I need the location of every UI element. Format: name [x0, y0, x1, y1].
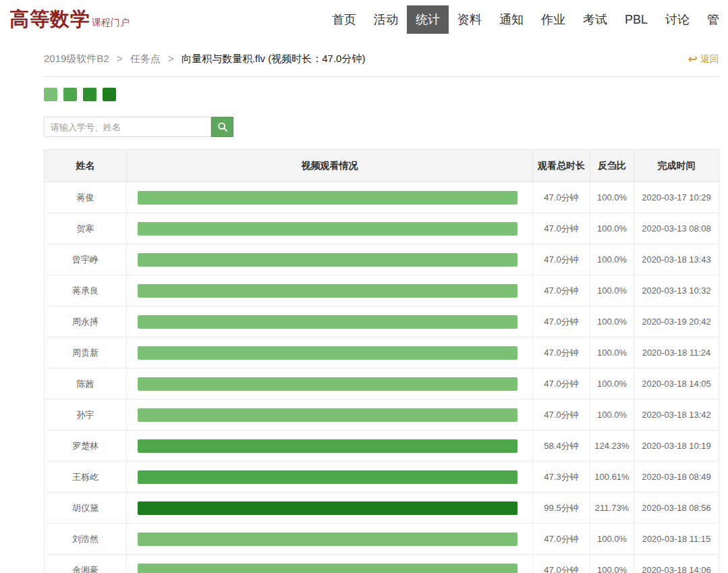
watch-duration: 47.0分钟 — [533, 524, 590, 555]
legend-swatch-3 — [83, 88, 96, 101]
ratio-value: 100.0% — [590, 244, 634, 275]
watch-duration: 47.0分钟 — [533, 306, 590, 337]
watch-duration: 47.0分钟 — [533, 275, 590, 306]
student-name: 胡仪黛 — [45, 493, 127, 524]
watch-duration: 58.4分钟 — [533, 431, 590, 462]
nav-item-资料[interactable]: 资料 — [449, 5, 491, 34]
student-name: 余湘豪 — [45, 555, 127, 573]
ratio-value: 100.0% — [590, 369, 634, 400]
search-icon — [217, 121, 228, 132]
ratio-value: 100.0% — [590, 524, 634, 555]
table-row: 余湘豪 47.0分钟 100.0% 2020-03-18 14:06 — [45, 555, 719, 573]
nav-item-统计[interactable]: 统计 — [407, 5, 449, 34]
student-name: 蒋俊 — [45, 182, 127, 213]
content-container: 2019级软件B2 > 任务点 > 向量积与数量积.flv (视频时长：47.0… — [44, 39, 719, 573]
nav-item-考试[interactable]: 考试 — [574, 5, 616, 34]
ratio-value: 100.0% — [590, 555, 634, 573]
watch-duration: 47.0分钟 — [533, 213, 590, 244]
finish-time: 2020-03-13 08:08 — [634, 213, 719, 244]
table-row: 刘浩然 47.0分钟 100.0% 2020-03-18 11:15 — [45, 524, 719, 555]
nav-item-首页[interactable]: 首页 — [323, 5, 365, 34]
student-name: 陈茜 — [45, 369, 127, 400]
table-row: 周永搏 47.0分钟 100.0% 2020-03-19 20:42 — [45, 306, 719, 337]
finish-time: 2020-03-18 13:43 — [634, 244, 719, 275]
watch-progress-bar — [138, 564, 517, 573]
header-name: 姓名 — [45, 150, 127, 182]
header-ratio: 反刍比 — [590, 150, 634, 182]
table-header-row: 姓名 视频观看情况 观看总时长 反刍比 完成时间 — [45, 150, 719, 182]
breadcrumb-bar: 2019级软件B2 > 任务点 > 向量积与数量积.flv (视频时长：47.0… — [44, 39, 719, 77]
finish-time: 2020-03-18 08:49 — [634, 462, 719, 493]
nav-item-作业[interactable]: 作业 — [532, 5, 574, 34]
nav-item-活动[interactable]: 活动 — [365, 5, 407, 34]
watch-progress-bar — [138, 191, 517, 204]
watch-progress-bar — [138, 253, 517, 267]
watch-duration: 99.5分钟 — [533, 493, 590, 524]
search-input[interactable] — [44, 117, 211, 137]
student-name: 罗楚林 — [45, 431, 127, 462]
nav-item-管[interactable]: 管 — [698, 5, 728, 34]
back-link[interactable]: ↩ 返回 — [688, 53, 719, 65]
student-name: 周贵新 — [45, 337, 127, 369]
nav-item-通知[interactable]: 通知 — [491, 5, 532, 34]
table-row: 孙宇 47.0分钟 100.0% 2020-03-18 13:42 — [45, 400, 719, 431]
brand-logo[interactable]: 高等数学 课程门户 — [9, 6, 130, 33]
student-name: 周永搏 — [45, 306, 127, 337]
finish-time: 2020-03-18 14:05 — [634, 369, 719, 400]
ratio-value: 100.0% — [590, 213, 634, 244]
brand-title: 高等数学 — [9, 6, 90, 33]
finish-time: 2020-03-18 08:56 — [634, 493, 719, 524]
brand-subtitle: 课程门户 — [92, 17, 130, 29]
breadcrumb-separator: > — [117, 53, 123, 64]
table-row: 罗楚林 58.4分钟 124.23% 2020-03-18 10:19 — [45, 431, 719, 462]
watch-progress-bar — [138, 222, 517, 236]
table-row: 曾宇峥 47.0分钟 100.0% 2020-03-18 13:43 — [45, 244, 719, 275]
watch-progress-bar — [138, 284, 517, 298]
finish-time: 2020-03-13 10:32 — [634, 275, 719, 306]
ratio-value: 100.0% — [590, 182, 634, 213]
legend-swatch-1 — [44, 88, 57, 101]
finish-time: 2020-03-17 10:29 — [634, 182, 719, 213]
header-time: 完成时间 — [634, 150, 719, 182]
breadcrumb-section-link[interactable]: 任务点 — [130, 53, 161, 64]
finish-time: 2020-03-18 11:24 — [634, 337, 719, 369]
legend-swatch-2 — [63, 88, 77, 101]
nav-item-PBL[interactable]: PBL — [616, 7, 656, 33]
nav-item-讨论[interactable]: 讨论 — [656, 5, 698, 34]
watch-progress-bar — [138, 439, 517, 453]
watch-progress-bar — [138, 346, 517, 360]
finish-time: 2020-03-19 20:42 — [634, 306, 719, 337]
student-name: 蒋承良 — [45, 275, 127, 306]
watch-duration: 47.3分钟 — [533, 462, 590, 493]
table-row: 陈茜 47.0分钟 100.0% 2020-03-18 14:05 — [45, 369, 719, 400]
finish-time: 2020-03-18 13:42 — [634, 400, 719, 431]
ratio-value: 124.23% — [590, 431, 634, 462]
finish-time: 2020-03-18 14:06 — [634, 555, 719, 573]
breadcrumb-class-link[interactable]: 2019级软件B2 — [44, 53, 109, 64]
watch-progress-bar — [138, 408, 517, 422]
legend-swatch-4 — [103, 88, 116, 101]
watch-stats-table: 姓名 视频观看情况 观看总时长 反刍比 完成时间 蒋俊 47.0分钟 100.0… — [44, 149, 719, 573]
ratio-value: 100.0% — [590, 400, 634, 431]
ratio-value: 100.0% — [590, 306, 634, 337]
watch-progress-bar — [138, 501, 517, 515]
back-arrow-icon: ↩ — [688, 53, 698, 65]
ratio-color-legend — [44, 88, 719, 101]
finish-time: 2020-03-18 11:15 — [634, 524, 719, 555]
ratio-value: 100.61% — [590, 462, 634, 493]
watch-progress-bar — [138, 533, 517, 546]
search-row — [44, 117, 719, 137]
watch-duration: 47.0分钟 — [533, 400, 590, 431]
header-watch: 视频观看情况 — [127, 150, 533, 182]
watch-duration: 47.0分钟 — [533, 369, 590, 400]
ratio-value: 211.73% — [590, 493, 634, 524]
search-button[interactable] — [211, 117, 233, 137]
watch-duration: 47.0分钟 — [533, 555, 590, 573]
watch-duration: 47.0分钟 — [533, 244, 590, 275]
table-row: 周贵新 47.0分钟 100.0% 2020-03-18 11:24 — [45, 337, 719, 369]
breadcrumb-current-title: 向量积与数量积.flv (视频时长：47.0分钟) — [181, 53, 366, 64]
finish-time: 2020-03-18 10:19 — [634, 431, 719, 462]
watch-progress-bar — [138, 315, 517, 329]
student-name: 孙宇 — [45, 400, 127, 431]
ratio-value: 100.0% — [590, 337, 634, 369]
